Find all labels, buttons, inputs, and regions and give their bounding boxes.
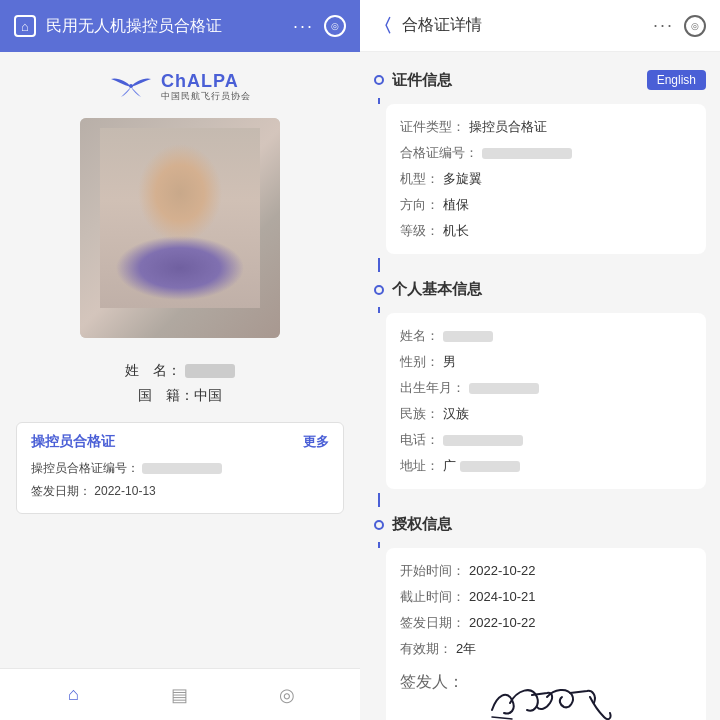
personal-name-row: 姓名：	[400, 323, 692, 349]
cert-type-label: 操控员合格证	[31, 433, 115, 451]
english-button[interactable]: English	[647, 70, 706, 90]
cert-type-detail-value: 操控员合格证	[469, 114, 547, 140]
cert-number-row: 操控员合格证编号：	[31, 457, 329, 480]
personal-address-blur	[460, 461, 520, 472]
cert-direction-value: 植保	[443, 192, 469, 218]
left-more-dots[interactable]: ···	[293, 16, 314, 37]
left-target-icon[interactable]: ◎	[324, 15, 346, 37]
right-header: 〈 合格证详情 ··· ◎	[360, 0, 720, 52]
cert-direction-row: 方向： 植保	[400, 192, 692, 218]
card-photo	[80, 118, 280, 338]
personal-address-label: 地址：	[400, 453, 439, 479]
signature-image	[472, 672, 632, 720]
cert-model-label: 机型：	[400, 166, 439, 192]
personal-ethnicity-label: 民族：	[400, 401, 439, 427]
footer-home-icon[interactable]: ⌂	[59, 681, 87, 709]
cert-type-row: 证件类型： 操控员合格证	[400, 114, 692, 140]
personal-address-value: 广	[443, 453, 456, 479]
personal-gender-label: 性别：	[400, 349, 439, 375]
personal-gender-value: 男	[443, 349, 456, 375]
personal-gender-row: 性别： 男	[400, 349, 692, 375]
nationality-label: 国 籍：	[138, 387, 194, 403]
right-header-title: 合格证详情	[402, 15, 643, 36]
auth-end-row: 截止时间： 2024-10-21	[400, 584, 692, 610]
right-more-dots[interactable]: ···	[653, 15, 674, 36]
cert-model-row: 机型： 多旋翼	[400, 166, 692, 192]
cert-info-body: 证件类型： 操控员合格证 合格证编号： 机型： 多旋翼 方向： 植保 等级：	[386, 104, 706, 254]
cert-direction-label: 方向：	[400, 192, 439, 218]
auth-end-label: 截止时间：	[400, 584, 465, 610]
footer-target-icon[interactable]: ◎	[273, 681, 301, 709]
chalpa-en-text: ChALPA	[161, 72, 251, 92]
personal-name-label: 姓名：	[400, 323, 439, 349]
nationality-row: 国 籍：中国	[125, 383, 235, 408]
personal-dob-blur	[469, 383, 539, 394]
chalpa-cn-text: 中国民航飞行员协会	[161, 92, 251, 102]
personal-ethnicity-value: 汉族	[443, 401, 469, 427]
cert-level-row: 等级： 机长	[400, 218, 692, 244]
name-nationality-block: 姓 名： 国 籍：中国	[125, 358, 235, 408]
left-footer: ⌂ ▤ ◎	[0, 668, 360, 720]
personal-dob-label: 出生年月：	[400, 375, 465, 401]
signer-label: 签发人：	[400, 672, 464, 693]
nationality-value: 中国	[194, 387, 222, 403]
left-panel: ⌂ 民用无人机操控员合格证 ··· ◎ ChALPA 中国民航飞行员协会	[0, 0, 360, 720]
cert-number-detail-label: 合格证编号：	[400, 140, 478, 166]
more-link[interactable]: 更多	[303, 433, 329, 451]
chalpa-logo: ChALPA 中国民航飞行员协会	[109, 72, 251, 102]
auth-valid-value: 2年	[456, 636, 476, 662]
right-content: 证件信息 English 证件类型： 操控员合格证 合格证编号： 机型： 多旋翼	[360, 52, 720, 720]
svg-point-0	[129, 84, 133, 88]
chalpa-bird-icon	[109, 73, 153, 101]
cert-info-section-title: 证件信息	[392, 71, 452, 90]
personal-info-body: 姓名： 性别： 男 出生年月： 民族： 汉族 电话：	[386, 313, 706, 489]
personal-phone-row: 电话：	[400, 427, 692, 453]
auth-start-row: 开始时间： 2022-10-22	[400, 558, 692, 584]
auth-issue-label: 签发日期：	[400, 610, 465, 636]
cert-type-detail-label: 证件类型：	[400, 114, 465, 140]
personal-address-row: 地址： 广	[400, 453, 692, 479]
cert-issue-label: 签发日期：	[31, 484, 91, 498]
cert-issue-row: 签发日期： 2022-10-13	[31, 480, 329, 503]
right-panel: 〈 合格证详情 ··· ◎ 证件信息 English 证件类型： 操控员合格证 …	[360, 0, 720, 720]
personal-phone-label: 电话：	[400, 427, 439, 453]
personal-info-section-header: 个人基本信息	[360, 272, 720, 307]
auth-start-value: 2022-10-22	[469, 558, 536, 584]
name-blur	[185, 364, 235, 378]
cert-info-box: 操控员合格证 更多 操控员合格证编号： 签发日期： 2022-10-13	[16, 422, 344, 514]
auth-info-section-title: 授权信息	[392, 515, 452, 534]
cert-number-detail-blur	[482, 148, 572, 159]
face-image	[100, 128, 260, 308]
auth-end-value: 2024-10-21	[469, 584, 536, 610]
auth-issue-date-value: 2022-10-22	[469, 610, 536, 636]
auth-info-body: 开始时间： 2022-10-22 截止时间： 2024-10-21 签发日期： …	[386, 548, 706, 720]
auth-info-section: 授权信息 开始时间： 2022-10-22 截止时间： 2024-10-21 签…	[360, 507, 720, 720]
auth-valid-label: 有效期：	[400, 636, 452, 662]
auth-start-label: 开始时间：	[400, 558, 465, 584]
cert-number-label: 操控员合格证编号：	[31, 461, 139, 475]
cert-number-detail-row: 合格证编号：	[400, 140, 692, 166]
personal-info-section-title: 个人基本信息	[392, 280, 482, 299]
cert-info-title: 操控员合格证 更多	[31, 433, 329, 451]
cert-info-dot	[374, 75, 384, 85]
footer-card-icon[interactable]: ▤	[166, 681, 194, 709]
right-target-icon[interactable]: ◎	[684, 15, 706, 37]
signature-svg	[482, 675, 622, 721]
personal-ethnicity-row: 民族： 汉族	[400, 401, 692, 427]
auth-info-dot	[374, 520, 384, 530]
cert-number-blur	[142, 463, 222, 474]
cert-info-section: 证件信息 English 证件类型： 操控员合格证 合格证编号： 机型： 多旋翼	[360, 62, 720, 254]
personal-info-section: 个人基本信息 姓名： 性别： 男 出生年月： 民族：	[360, 272, 720, 489]
personal-phone-blur	[443, 435, 523, 446]
left-content: ChALPA 中国民航飞行员协会 姓 名： 国 籍：中国 操控员合格证 更多	[0, 52, 360, 668]
personal-dob-row: 出生年月：	[400, 375, 692, 401]
personal-info-dot	[374, 285, 384, 295]
personal-name-blur	[443, 331, 493, 342]
name-row: 姓 名：	[125, 358, 235, 383]
back-button[interactable]: 〈	[374, 14, 392, 38]
photo-blur	[80, 118, 280, 338]
chalpa-text: ChALPA 中国民航飞行员协会	[161, 72, 251, 102]
auth-info-section-header: 授权信息	[360, 507, 720, 542]
home-icon: ⌂	[14, 15, 36, 37]
cert-level-label: 等级：	[400, 218, 439, 244]
